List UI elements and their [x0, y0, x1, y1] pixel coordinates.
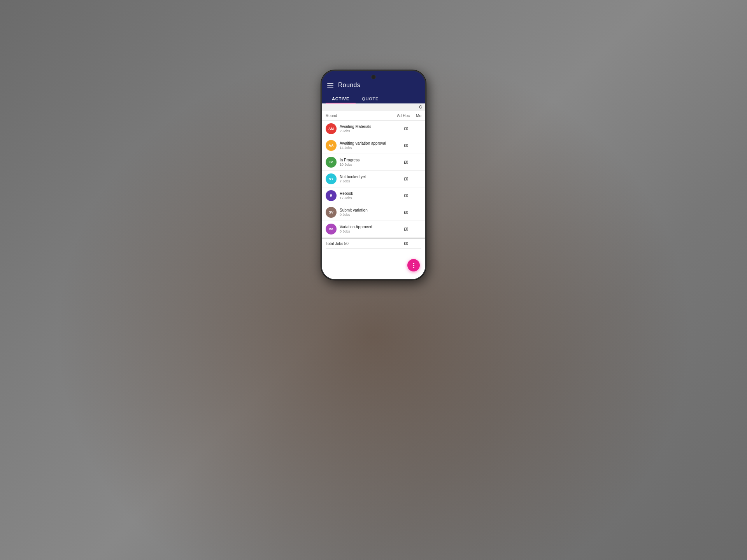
hamburger-icon[interactable]	[327, 83, 333, 88]
row-jobs: 14 Jobs	[340, 146, 386, 150]
avatar-r: R	[326, 190, 337, 201]
avatar-am: AM	[326, 123, 337, 134]
row-jobs: 17 Jobs	[340, 196, 353, 200]
row-value: £0	[390, 144, 410, 148]
total-value: £0	[390, 242, 410, 246]
row-value: £0	[390, 210, 410, 215]
row-jobs: 0 Jobs	[340, 229, 372, 234]
tabs-bar: ACTIVE QUOTE	[322, 93, 425, 103]
row-name: In Progress	[340, 158, 359, 163]
total-label: Total Jobs 50	[326, 242, 390, 246]
phone-screen: Rounds ACTIVE QUOTE C Round Ad Hoc	[322, 71, 425, 279]
table-row[interactable]: AA Awaiting variation approval 14 Jobs £…	[322, 137, 425, 154]
phone-body: Rounds ACTIVE QUOTE C Round Ad Hoc	[321, 70, 426, 280]
sub-tab-label[interactable]: C	[419, 105, 422, 109]
row-name: Not booked yet	[340, 175, 366, 179]
more-dots-icon	[413, 263, 414, 268]
row-value: £0	[390, 177, 410, 181]
table-row[interactable]: R Rebook 17 Jobs £0	[322, 187, 425, 204]
row-jobs: 2 Jobs	[340, 129, 371, 133]
table-row[interactable]: AM Awaiting Materials 2 Jobs £0	[322, 121, 425, 137]
avatar-ny: NY	[326, 173, 337, 184]
table-row[interactable]: IP In Progress 10 Jobs £0	[322, 154, 425, 171]
avatar-va: VA	[326, 224, 337, 234]
col-mo: Mo	[410, 114, 421, 118]
app-header: Rounds	[322, 71, 425, 93]
avatar-aa: AA	[326, 140, 337, 151]
row-name: Submit variation	[340, 208, 368, 213]
tab-active[interactable]: ACTIVE	[326, 93, 356, 103]
fab-button[interactable]	[407, 259, 420, 271]
scene: Rounds ACTIVE QUOTE C Round Ad Hoc	[0, 0, 747, 560]
phone-device: Rounds ACTIVE QUOTE C Round Ad Hoc	[321, 70, 426, 280]
camera-cutout	[371, 75, 376, 79]
row-value: £0	[390, 227, 410, 231]
row-jobs: 0 Jobs	[340, 213, 368, 217]
row-jobs: 10 Jobs	[340, 163, 359, 167]
col-adhoc: Ad Hoc	[390, 114, 410, 118]
app-title: Rounds	[338, 82, 360, 89]
avatar-sv: SV	[326, 207, 337, 218]
table-header: Round Ad Hoc Mo	[322, 111, 425, 121]
rounds-table: Round Ad Hoc Mo AM Awaiting Materials 2 …	[322, 111, 425, 279]
total-divider	[326, 248, 421, 249]
row-name: Rebook	[340, 191, 353, 196]
row-jobs: 7 Jobs	[340, 179, 366, 184]
avatar-ip: IP	[326, 157, 337, 168]
table-row[interactable]: NY Not booked yet 7 Jobs £0	[322, 171, 425, 187]
row-value: £0	[390, 160, 410, 164]
col-round: Round	[326, 114, 390, 118]
tab-quote[interactable]: QUOTE	[356, 93, 385, 103]
row-value: £0	[390, 194, 410, 198]
table-row[interactable]: VA Variation Approved 0 Jobs £0	[322, 221, 425, 238]
row-value: £0	[390, 127, 410, 131]
table-row[interactable]: SV Submit variation 0 Jobs £0	[322, 204, 425, 221]
sub-tabs-bar: C	[322, 103, 425, 111]
row-name: Variation Approved	[340, 225, 372, 229]
row-name: Awaiting variation approval	[340, 141, 386, 146]
row-name: Awaiting Materials	[340, 124, 371, 129]
total-row: Total Jobs 50 £0	[322, 238, 425, 248]
